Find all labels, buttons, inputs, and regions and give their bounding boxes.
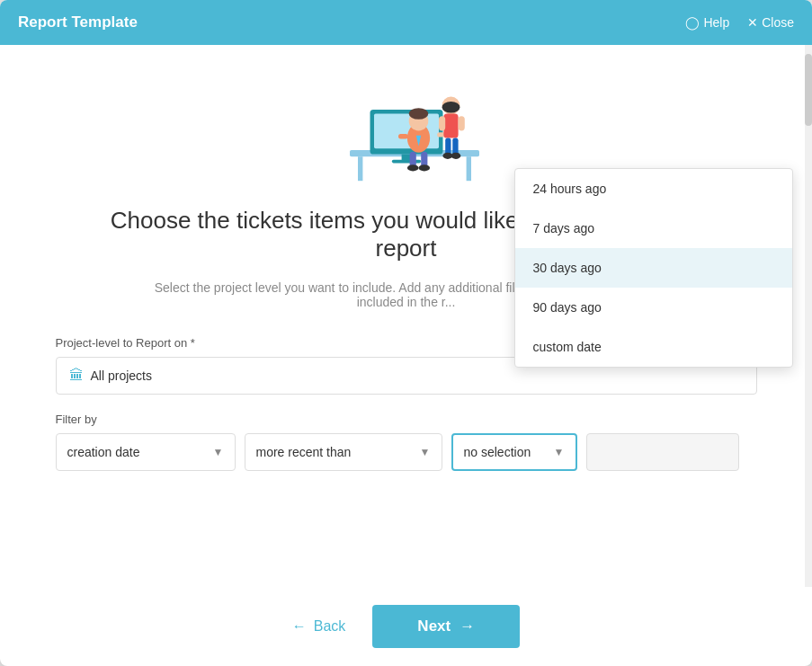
arrow-right-icon: → bbox=[460, 617, 475, 635]
scrollbar[interactable] bbox=[805, 45, 812, 587]
form-section: Project-level to Report on * 🏛 All proje… bbox=[56, 336, 757, 471]
help-button[interactable]: ◯ Help bbox=[685, 15, 729, 30]
extra-dropdown[interactable] bbox=[586, 433, 739, 471]
dropdown-item-24h[interactable]: 24 hours ago bbox=[515, 169, 792, 209]
date-type-value: creation date bbox=[67, 445, 140, 459]
chevron-down-icon: ▼ bbox=[213, 446, 224, 458]
header-actions: ◯ Help ✕ Close bbox=[685, 15, 794, 30]
svg-rect-15 bbox=[398, 134, 408, 138]
modal-body: Choose the tickets items you would like … bbox=[0, 45, 812, 587]
svg-rect-1 bbox=[358, 156, 362, 181]
chevron-down-icon: ▼ bbox=[420, 446, 431, 458]
value-select-text: no selection bbox=[464, 445, 531, 459]
svg-rect-6 bbox=[391, 160, 420, 164]
modal-header: Report Template ◯ Help ✕ Close bbox=[0, 0, 812, 45]
help-icon: ◯ bbox=[685, 15, 700, 30]
arrow-left-icon: ← bbox=[292, 618, 307, 635]
svg-rect-19 bbox=[443, 114, 458, 138]
filter-row: creation date ▼ more recent than ▼ no se… bbox=[56, 433, 757, 471]
building-icon: 🏛 bbox=[69, 368, 84, 384]
svg-point-18 bbox=[442, 102, 460, 113]
dropdown-menu: 24 hours ago 7 days ago 30 days ago 90 d… bbox=[514, 168, 793, 368]
next-label: Next bbox=[417, 617, 451, 635]
date-type-dropdown[interactable]: creation date ▼ bbox=[56, 433, 236, 471]
modal-container: Report Template ◯ Help ✕ Close bbox=[0, 0, 812, 666]
svg-rect-2 bbox=[466, 156, 470, 181]
condition-dropdown[interactable]: more recent than ▼ bbox=[245, 433, 442, 471]
dropdown-item-90d[interactable]: 90 days ago bbox=[515, 288, 792, 327]
back-button[interactable]: ← Back bbox=[292, 618, 346, 635]
svg-point-9 bbox=[408, 108, 428, 120]
filter-label: Filter by bbox=[56, 413, 757, 426]
scrollbar-thumb bbox=[805, 54, 812, 126]
dropdown-item-30d[interactable]: 30 days ago bbox=[515, 248, 792, 288]
modal-title: Report Template bbox=[18, 13, 138, 31]
value-select-dropdown[interactable]: no selection ▼ bbox=[451, 433, 577, 471]
svg-point-25 bbox=[451, 153, 460, 159]
back-label: Back bbox=[314, 618, 346, 635]
svg-point-13 bbox=[406, 164, 418, 171]
modal-footer: ← Back Next → bbox=[0, 587, 812, 666]
project-value: All projects bbox=[91, 369, 152, 383]
svg-rect-20 bbox=[439, 116, 445, 130]
close-button[interactable]: ✕ Close bbox=[747, 15, 794, 30]
dropdown-item-7d[interactable]: 7 days ago bbox=[515, 209, 792, 248]
svg-point-14 bbox=[418, 164, 430, 171]
chevron-down-icon: ▼ bbox=[554, 446, 565, 458]
condition-value: more recent than bbox=[256, 445, 352, 459]
svg-rect-21 bbox=[458, 116, 464, 130]
close-icon: ✕ bbox=[747, 15, 758, 30]
illustration bbox=[317, 54, 496, 198]
dropdown-item-custom[interactable]: custom date bbox=[515, 327, 792, 367]
next-button[interactable]: Next → bbox=[372, 605, 520, 648]
